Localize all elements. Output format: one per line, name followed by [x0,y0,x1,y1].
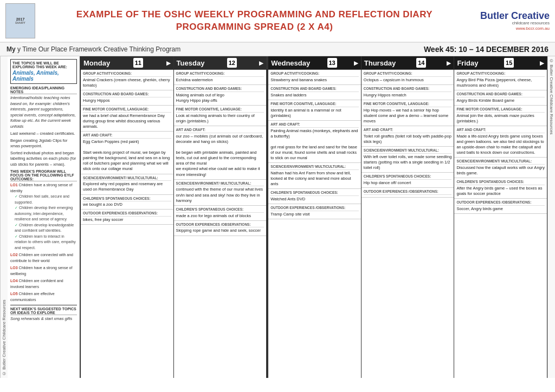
cell-content: Echidna watermelon [176,77,264,83]
day-arrow: ▶ [354,60,358,66]
day-cell: ART AND CRAFT:Made a life-sized Angry bi… [454,126,547,158]
main-content: © Butler Creative Childcare Resources TH… [0,56,555,378]
emerging-label: EMERGING IDEAS/PLANNING NOTES [10,86,77,94]
day-cell: OUTDOOR EXPERIENCES /OBSERVATIONS:Skippi… [174,221,267,236]
day-column-wednesday: Wednesday 13 ▶GROUP ACTIVITY/COOKING:Str… [268,56,362,378]
outcome-sub-item: ✓ Children develop knowledgeable and con… [10,223,77,234]
outcomes-list: LO1 Children have a strong sense of iden… [10,182,77,303]
emerging-items: Last weekend – created certificates.Bega… [10,131,77,167]
day-header-tuesday: Tuesday 12 ▶ [174,56,267,70]
days-grid: Monday 11 ▶GROUP ACTIVITY/COOKING:Animal… [81,56,547,378]
logo-web: www.bccr.com.au [474,26,550,31]
diary-cover: 2017 DIARY [5,3,35,38]
cell-content: Snakes and ladders [270,93,359,98]
emerging-item: Began creating Jigslab Clips for xmas po… [10,138,77,149]
cell-content: Angry Birds Kimble Board game [456,98,545,103]
cell-content: Watched Ants DVD [270,197,359,202]
cell-content: Animal Crackers (cream cheese, gherkin, … [83,77,171,88]
day-cell: OUTDOOR EXPERIENCES /OBSERVATIONS:Soccer… [454,199,547,214]
day-num-box: 12 [227,58,237,68]
day-cell: OUTDOOR EXPERIENCES /OBSERVATIONS:bikes,… [81,210,173,225]
cell-label: OUTDOOR EXPERIENCES /OBSERVATIONS: [364,190,452,195]
cell-label: GROUP ACTIVITY/COOKING: [456,71,545,77]
day-header-friday: Friday 15 ▶ [454,56,547,70]
day-name: Tuesday [177,59,205,67]
cell-label: OUTDOOR EXPERIENCES /OBSERVATIONS: [176,223,264,228]
cell-label: GROUP ACTIVITY/COOKING: [270,71,359,77]
cell-content: Hip Hop moves – we had a senior hip hop … [364,108,452,124]
day-num-box: 11 [133,58,143,68]
day-header-monday: Monday 11 ▶ [81,56,173,70]
outcome-item: LO1 Children have a strong sense of iden… [10,182,77,251]
cell-content: Hungry Hippos [83,98,171,103]
cell-label: OUTDOOR EXPERIENCES /OBSERVATIONS: [270,206,359,211]
cell-content: we bought a zoo DVD [83,202,171,207]
cell-content: Soccer, Angry birds game [456,206,545,212]
cell-content: Hip hop dance off/ concert [364,180,452,186]
copyright-left: © Butler Creative Childcare Resources [0,56,8,378]
day-cell: ART AND CRAFT:Egg Carton Poppies (red pa… [81,132,173,174]
cell-content: Skipping rope game and hide and seek, so… [176,228,264,233]
day-header-wednesday: Wednesday 13 ▶ [268,56,361,70]
cell-content: bikes, free play soccer [83,217,171,223]
day-arrow: ▶ [166,60,171,66]
day-cell: FINE MOTOR COGNITIVE, LANGUAGE:Animal jo… [454,106,547,126]
cell-label: FINE MOTOR COGNITIVE, LANGUAGE: [364,102,452,107]
day-arrow: ▶ [447,60,451,66]
cell-label: SCIENCE/ENVIRONMENT/ MULTICULTURAL: [176,181,264,187]
copyright-right: © Butler Creative Childcare Resources [547,56,555,378]
cell-label: FINE MOTOR COGNITIVE, LANGUAGE: [83,107,171,113]
day-column-scroll: GROUP ACTIVITY/COOKING:Echidna watermelo… [174,70,267,378]
cell-content: Discussed how the catapult works with ou… [456,165,545,176]
day-cell: CONSTRUCTION AND BOARD GAMES:Making anim… [174,85,267,106]
cell-content: Identity it an animal is a mammal or not… [270,108,359,119]
topics-content: Animals, Animals, Animals [12,70,75,82]
day-cell: SCIENCE/ENVIRONMENT/ MULTICULTURAL:conti… [174,180,267,206]
day-cell: SCIENCE/ENVIRONMENT/ MULTICULTURAL:Discu… [454,158,547,178]
next-week-section: NEXT WEEK'S SUGGESTED TOPICS OR IDEA/S T… [10,305,77,322]
emerging-section: EMERGING IDEAS/PLANNING NOTES Intentiona… [10,86,77,167]
cell-content: Tramp Camp site visit [270,212,359,217]
day-name: Monday [83,59,110,67]
program-focus-section: THIS WEEK'S PROGRAM WILL FOCUS ON THE FO… [10,169,77,303]
day-cell: GROUP ACTIVITY/COOKING:Angry Bird Pita P… [454,70,547,90]
day-column-scroll: GROUP ACTIVITY/COOKING:Angry Bird Pita P… [454,70,547,378]
topics-label: THE TOPICS WE WILL BE EXPLORING THIS WEE… [12,61,75,69]
cell-label: FINE MOTOR COGNITIVE, LANGUAGE: [176,107,264,113]
logo-name: Butler Creative [474,11,550,21]
day-cell: CHILDREN'S SPONTANEOUS CHOICES:we bought… [81,195,173,210]
banner-title: EXAMPLE OF THE OSHC WEEKLY PROGRAMMING A… [35,9,474,32]
day-cell: CHILDREN'S SPONTANEOUS CHOICES:Hip hop d… [362,173,454,188]
cell-label: SCIENCE/ENVIRONMENT/ MULTICULTURAL: [83,176,171,181]
cell-content: Octopus – capsicum in hummous [364,77,452,83]
logo-sub: childcare resources [474,21,550,26]
cell-content: continued with the theme of our mural wh… [176,187,264,203]
day-cell: FINE MOTOR COGNITIVE, LANGUAGE:Look at m… [174,106,267,126]
cell-label: OUTDOOR EXPERIENCES /OBSERVATIONS: [456,200,545,206]
day-column-scroll: GROUP ACTIVITY/COOKING:Octopus – capsicu… [362,70,454,378]
diary-year: 2017 [16,17,25,21]
cell-content: With left over toilet rolls, we made som… [364,154,452,171]
outcome-sub-item: ✓ Children learn to interact in relation… [10,234,77,251]
diary-label: DIARY [15,21,25,24]
day-cell: FINE MOTOR COGNITIVE, LANGUAGE:Identity … [268,100,361,121]
outcome-item: LO4 Children are confident and involved … [10,278,77,290]
next-week-content: Song rehearsals & start xmas gifts [10,316,77,322]
cell-label: GROUP ACTIVITY/COOKING: [83,71,171,77]
outcome-item: LO5 Children are effective communicators [10,291,77,303]
emerging-item: Last weekend – created certificates. [10,131,77,137]
topics-section: THE TOPICS WE WILL BE EXPLORING THIS WEE… [10,59,77,84]
day-arrow: ▶ [540,60,544,66]
cell-content: Explored why red poppies and rosemary ar… [83,181,171,192]
cell-content: Animal join the dots, animals maze puzzl… [456,113,545,124]
framework-text: My y Time Our Place Framework Creative T… [7,45,180,53]
cell-label: CONSTRUCTION AND BOARD GAMES: [270,87,359,92]
day-column-friday: Friday 15 ▶GROUP ACTIVITY/COOKING:Angry … [454,56,547,378]
day-cell: OUTDOOR EXPERIENCES /OBSERVATIONS:Tramp … [268,204,361,219]
day-name: Thursday [364,59,396,67]
week-info: Week 45: 10 – 14 DECEMBER 2016 [424,45,548,54]
cell-label: FINE MOTOR COGNITIVE, LANGUAGE: [270,102,359,107]
cell-label: CONSTRUCTION AND BOARD GAMES: [176,87,264,92]
day-cell: OUTDOOR EXPERIENCES /OBSERVATIONS: [362,188,454,198]
butler-logo: Butler Creative childcare resources www.… [474,11,550,31]
